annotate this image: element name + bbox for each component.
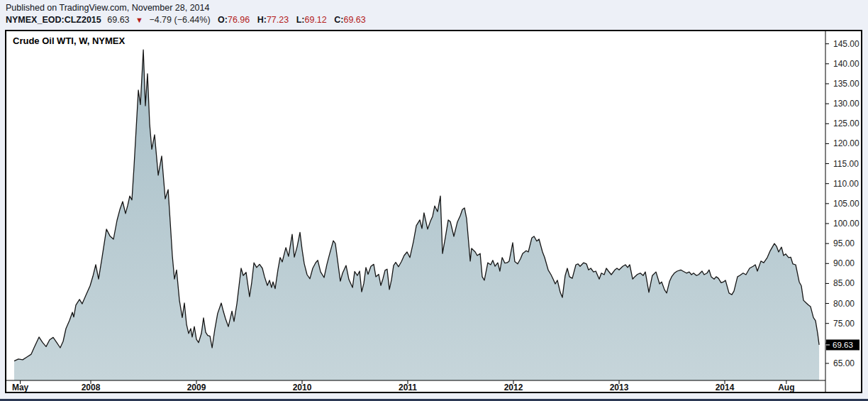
down-triangle-icon: ▼: [135, 16, 143, 24]
y-axis-label: 80.00: [833, 299, 855, 309]
x-axis-label: 2009: [187, 383, 206, 392]
open-value: 76.96: [228, 15, 250, 25]
y-axis-label: 75.00: [833, 319, 855, 329]
y-axis-label: 135.00: [833, 79, 859, 89]
x-axis-label: 2008: [82, 383, 101, 392]
y-axis-label: 130.00: [833, 99, 859, 109]
ticker-change: −4.79 (−6.44%): [149, 15, 210, 25]
y-axis-label: 85.00: [833, 278, 855, 288]
x-axis-label: 2011: [399, 383, 417, 392]
low-value: 69.12: [304, 15, 326, 25]
ticker-symbol: NYMEX_EOD:CLZ2015: [6, 15, 101, 25]
last-price-label: 69.63: [833, 341, 853, 349]
y-axis-label: 125.00: [833, 119, 859, 128]
x-axis-label: 2010: [293, 383, 312, 392]
y-axis-label: 105.00: [833, 199, 859, 209]
low-label: L:: [296, 15, 305, 25]
chart-frame: 65.0070.0075.0080.0085.0090.0095.00100.0…: [5, 30, 862, 393]
y-axis-label: 110.00: [833, 179, 859, 189]
published-line: Published on TradingView.com, November 2…: [6, 3, 209, 13]
ticker-last-price: 69.63: [107, 15, 129, 25]
ticker-line: NYMEX_EOD:CLZ2015 69.63 ▼ −4.79 (−6.44%)…: [6, 15, 366, 25]
y-axis-label: 100.00: [833, 219, 859, 229]
y-axis-label: 140.00: [833, 59, 859, 69]
chart-title: Crude Oil WTI, W, NYMEX: [13, 35, 126, 46]
x-axis-label: 2013: [610, 383, 629, 392]
high-value: 77.23: [267, 15, 289, 25]
x-axis-label: May: [12, 383, 29, 392]
y-axis-label: 95.00: [833, 238, 855, 248]
price-chart-canvas[interactable]: 65.0070.0075.0080.0085.0090.0095.00100.0…: [6, 31, 861, 392]
y-axis-label: 65.00: [833, 358, 855, 368]
x-axis-label: 2012: [504, 383, 523, 392]
y-axis-label: 115.00: [833, 159, 859, 169]
y-axis-label: 145.00: [833, 39, 859, 49]
y-axis-label: 90.00: [833, 258, 855, 268]
close-label: C:: [334, 15, 343, 25]
x-axis-label: Aug: [778, 383, 794, 392]
y-axis-label: 120.00: [833, 138, 859, 148]
high-label: H:: [257, 15, 267, 25]
x-axis-label: 2014: [716, 383, 735, 392]
close-value: 69.63: [343, 15, 365, 25]
open-label: O:: [218, 15, 228, 25]
price-area: [14, 50, 819, 380]
